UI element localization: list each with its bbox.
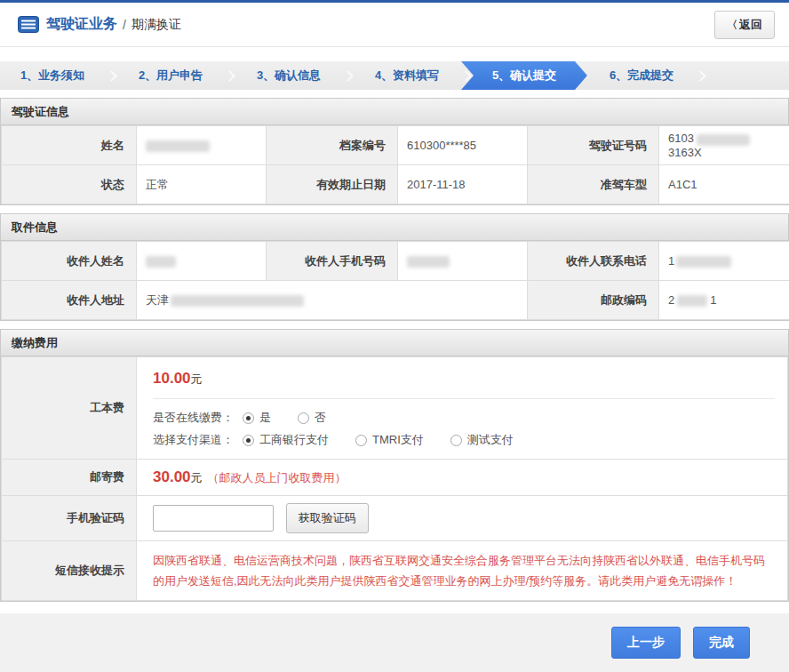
step-1-business-notice[interactable]: 1、业务须知 (0, 61, 105, 90)
recipient-phone-value: 1 (659, 242, 789, 281)
postal-code-label: 邮政编码 (528, 281, 659, 320)
sms-tip-text: 因陕西省联通、电信运营商技术问题，陕西省互联网交通安全综合服务管理平台无法向持陕… (153, 550, 773, 591)
chevron-separator-icon (695, 70, 706, 82)
card-fee-unit: 元 (191, 372, 203, 386)
vehicle-class-value: A1C1 (659, 165, 789, 204)
card-fee-cell: 10.00元 是否在线缴费： 是 否 选择支付渠道： 工商银行支付 TMRI支付… (137, 357, 788, 460)
mail-fee-cell: 30.00元（邮政人员上门收取费用） (137, 460, 788, 496)
recipient-mobile-value (398, 242, 528, 281)
chevron-separator-icon (460, 70, 472, 82)
pay-channel-option-icbc[interactable]: 工商银行支付 (243, 432, 329, 448)
chevron-separator-icon (224, 70, 235, 82)
step-3-confirm-info[interactable]: 3、确认信息 (236, 61, 341, 90)
redacted-value (677, 295, 707, 307)
table-row: 短信接收提示 因陕西省联通、电信运营商技术问题，陕西省互联网交通安全综合服务管理… (2, 541, 788, 601)
online-pay-question-row: 是否在线缴费： 是 否 (153, 410, 775, 426)
card-fee-amount-line: 10.00元 (153, 370, 775, 399)
file-number-value: 610300****85 (398, 126, 528, 165)
step-progress-bar: 1、业务须知 2、用户申告 3、确认信息 4、资料填写 5、确认提交 6、完成提… (0, 61, 789, 90)
pay-channel-option-tmri[interactable]: TMRI支付 (355, 432, 424, 448)
recipient-address-value: 天津 (137, 281, 528, 320)
online-pay-option-no[interactable]: 否 (298, 410, 326, 426)
step-bar-filler (707, 61, 789, 90)
license-info-section: 驾驶证信息 姓名 档案编号 610300****85 驾驶证号码 6103316… (0, 98, 789, 205)
redacted-value (407, 256, 450, 268)
page-title: 驾驶证业务 (46, 15, 117, 34)
table-row: 状态 正常 有效期止日期 2017-11-18 准驾车型 A1C1 (2, 165, 789, 204)
redacted-value (676, 256, 731, 268)
expiry-date-label: 有效期止日期 (267, 165, 398, 204)
breadcrumb-current: 期满换证 (132, 17, 181, 33)
name-value (137, 126, 267, 165)
captcha-cell: 获取验证码 (137, 496, 788, 541)
pay-channel-option-tmri-label: TMRI支付 (372, 432, 424, 448)
table-row: 邮寄费 30.00元（邮政人员上门收取费用） (2, 460, 788, 496)
captcha-label: 手机验证码 (2, 496, 137, 541)
postal-code-value: 21 (659, 281, 789, 320)
radio-unchecked-icon[interactable] (450, 435, 462, 446)
online-pay-question: 是否在线缴费： (153, 410, 234, 426)
status-label: 状态 (2, 165, 137, 204)
mail-fee-label: 邮寄费 (2, 460, 137, 496)
pay-channel-option-test-label: 测试支付 (467, 432, 514, 448)
payment-table: 工本费 10.00元 是否在线缴费： 是 否 选择支付渠道： 工商银行支付 TM… (1, 356, 788, 601)
card-fee-label: 工本费 (2, 357, 137, 460)
redacted-value (146, 256, 176, 268)
chevron-separator-icon (342, 70, 354, 82)
radio-checked-icon[interactable] (243, 435, 254, 446)
online-pay-option-yes[interactable]: 是 (243, 410, 271, 426)
page-header: 驾驶证业务 / 期满换证 〈返回 (0, 3, 789, 47)
chevron-left-icon: 〈 (727, 19, 737, 31)
file-number-label: 档案编号 (267, 126, 398, 165)
step-4-fill-data[interactable]: 4、资料填写 (355, 61, 459, 90)
radio-unchecked-icon[interactable] (355, 435, 367, 446)
radio-unchecked-icon[interactable] (298, 412, 309, 424)
license-number-value: 61033163X (659, 126, 789, 165)
payment-section: 缴纳费用 工本费 10.00元 是否在线缴费： 是 否 选择支付渠道： 工 (0, 329, 789, 602)
pay-channel-question-row: 选择支付渠道： 工商银行支付 TMRI支付 测试支付 (153, 432, 775, 448)
recipient-phone-label: 收件人联系电话 (528, 242, 659, 281)
mail-fee-amount: 30.00 (153, 468, 191, 485)
chevron-separator-icon (106, 70, 117, 82)
pay-channel-option-icbc-label: 工商银行支付 (259, 432, 329, 448)
mail-fee-note: （邮政人员上门收取费用） (208, 471, 347, 484)
page: 驾驶证业务 / 期满换证 〈返回 1、业务须知 2、用户申告 3、确认信息 4、… (0, 0, 789, 672)
license-info-table: 姓名 档案编号 610300****85 驾驶证号码 61033163X 状态 … (1, 125, 789, 204)
captcha-input[interactable] (153, 505, 274, 532)
finish-button[interactable]: 完成 (693, 627, 750, 659)
pickup-info-title: 取件信息 (1, 214, 788, 241)
pickup-info-section: 取件信息 收件人姓名 收件人手机号码 收件人联系电话 1 收件人地址 天津 邮政… (0, 213, 789, 321)
name-label: 姓名 (2, 126, 137, 165)
table-row: 收件人地址 天津 邮政编码 21 (2, 281, 789, 320)
back-button-label: 返回 (739, 18, 762, 31)
step-2-user-declaration[interactable]: 2、用户申告 (118, 61, 223, 90)
license-list-icon (18, 16, 39, 33)
online-pay-option-no-label: 否 (315, 410, 326, 426)
redacted-value (697, 134, 750, 146)
previous-step-button[interactable]: 上一步 (611, 627, 681, 659)
table-row: 手机验证码 获取验证码 (2, 496, 788, 541)
recipient-mobile-label: 收件人手机号码 (267, 242, 398, 281)
table-row: 收件人姓名 收件人手机号码 收件人联系电话 1 (2, 242, 789, 281)
step-5-confirm-submit-active[interactable]: 5、确认提交 (461, 61, 587, 90)
recipient-name-value (137, 242, 267, 281)
vehicle-class-label: 准驾车型 (528, 165, 659, 204)
step-6-complete-submit[interactable]: 6、完成提交 (589, 61, 694, 90)
license-number-label: 驾驶证号码 (528, 126, 659, 165)
pickup-info-table: 收件人姓名 收件人手机号码 收件人联系电话 1 收件人地址 天津 邮政编码 21 (1, 241, 789, 320)
redacted-value (146, 140, 210, 152)
get-captcha-button[interactable]: 获取验证码 (286, 503, 369, 533)
expiry-date-value: 2017-11-18 (398, 165, 528, 204)
pay-channel-option-test[interactable]: 测试支付 (450, 432, 514, 448)
footer-action-bar: 上一步 完成 (0, 613, 789, 672)
back-button[interactable]: 〈返回 (714, 11, 775, 39)
pay-channel-question: 选择支付渠道： (153, 432, 234, 448)
payment-title: 缴纳费用 (1, 330, 788, 356)
radio-checked-icon[interactable] (243, 412, 254, 424)
status-value: 正常 (137, 165, 267, 204)
table-row: 工本费 10.00元 是否在线缴费： 是 否 选择支付渠道： 工商银行支付 TM… (2, 357, 788, 460)
breadcrumb-separator: / (123, 18, 126, 32)
table-row: 姓名 档案编号 610300****85 驾驶证号码 61033163X (2, 126, 789, 165)
online-pay-option-yes-label: 是 (259, 410, 271, 426)
sms-tip-label: 短信接收提示 (2, 541, 137, 601)
